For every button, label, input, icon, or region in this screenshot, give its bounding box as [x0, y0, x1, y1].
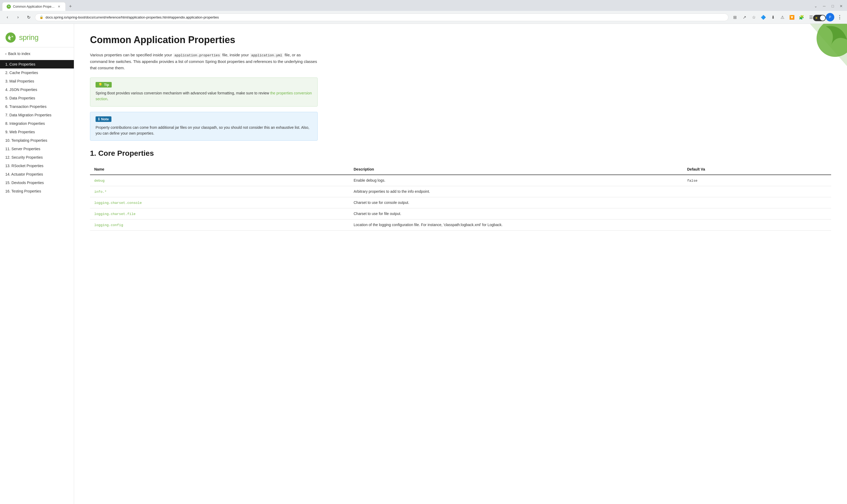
table-cell-desc: Charset to use for console output. — [349, 197, 683, 209]
tab-bar: 🍃 Common Application Properti... ✕ + ⌄ ─… — [0, 0, 847, 11]
table-cell-default — [683, 209, 831, 219]
table-row: logging.charset.console Charset to use f… — [90, 197, 831, 209]
note-text: Property contributions can come from add… — [96, 125, 312, 137]
page-title: Common Application Properties — [90, 34, 831, 46]
bookmark-button[interactable]: ☆ — [749, 13, 758, 21]
table-cell-default — [683, 186, 831, 197]
table-header-row: Name Description Default Va — [90, 164, 831, 175]
back-link-text: Back to index — [8, 52, 31, 56]
reload-button[interactable]: ↻ — [24, 13, 33, 21]
back-arrow-icon: ‹ — [5, 52, 6, 56]
active-tab[interactable]: 🍃 Common Application Properti... ✕ — [2, 2, 66, 11]
tip-text-1: Spring Boot provides various conversion … — [96, 91, 270, 95]
close-window-button[interactable]: ✕ — [837, 2, 845, 10]
table-cell-name: logging.charset.file — [90, 209, 349, 219]
sidebar-item-14[interactable]: 14. Actuator Properties — [0, 170, 74, 179]
extension-button-5[interactable]: 🧩 — [797, 13, 806, 21]
extension-button-3[interactable]: ⚠ — [778, 13, 786, 21]
tab-favicon: 🍃 — [6, 4, 11, 9]
table-header: Name Description Default Va — [90, 164, 831, 175]
translate-button[interactable]: ⊞ — [730, 13, 739, 21]
share-button[interactable]: ↗ — [740, 13, 748, 21]
profile-button[interactable]: P — [826, 13, 834, 21]
extension-button-4[interactable]: 🔽 — [788, 13, 796, 21]
sidebar-back-section: ‹ Back to index — [0, 50, 74, 60]
tip-label: 💡 Tip — [96, 82, 112, 88]
chrome-menu-button[interactable]: ⋮ — [835, 13, 844, 21]
spring-logo: spring — [0, 28, 74, 47]
address-bar[interactable]: 🔒 docs.spring.io/spring-boot/docs/curren… — [35, 14, 728, 21]
sidebar-item-15[interactable]: 15. Devtools Properties — [0, 179, 74, 187]
table-row: logging.charset.file Charset to use for … — [90, 209, 831, 219]
col-header-name: Name — [90, 164, 349, 175]
property-link[interactable]: logging.config — [94, 223, 123, 227]
back-button[interactable]: ‹ — [3, 13, 12, 21]
tab-overflow-controls: ⌄ ─ □ ✕ — [812, 2, 845, 11]
spring-logo-text: spring — [19, 33, 38, 42]
sidebar-item-7[interactable]: 7. Data Migration Properties — [0, 111, 74, 119]
dark-mode-toggle[interactable]: ☀ — [813, 15, 826, 21]
forward-button[interactable]: › — [14, 13, 22, 21]
table-cell-desc: Charset to use for file output. — [349, 209, 683, 219]
sidebar-item-10[interactable]: 10. Templating Properties — [0, 136, 74, 145]
spring-logo-icon — [5, 32, 16, 43]
table-row: debug Enable debug logs. false — [90, 175, 831, 186]
intro-paragraph: Various properties can be specified insi… — [90, 52, 318, 71]
sidebar-item-1[interactable]: 1. Core Properties — [0, 60, 74, 69]
lock-icon: 🔒 — [39, 15, 44, 19]
back-to-index-link[interactable]: ‹ Back to index — [5, 52, 69, 56]
page-container: spring ‹ Back to index 1. Core Propertie… — [0, 24, 847, 504]
tab-close-button[interactable]: ✕ — [57, 4, 61, 9]
table-body: debug Enable debug logs. false info.* Ar… — [90, 175, 831, 231]
table-cell-desc: Location of the logging configuration fi… — [349, 219, 683, 231]
properties-table: Name Description Default Va debug Enable… — [90, 164, 831, 231]
property-link[interactable]: logging.charset.console — [94, 201, 142, 205]
sidebar-item-2[interactable]: 2. Cache Properties — [0, 69, 74, 77]
sidebar-item-9[interactable]: 9. Web Properties — [0, 128, 74, 136]
tip-box: 💡 Tip Spring Boot provides various conve… — [90, 77, 318, 107]
sidebar-item-5[interactable]: 5. Data Properties — [0, 94, 74, 102]
corner-decoration — [794, 24, 847, 66]
property-link[interactable]: debug — [94, 179, 105, 183]
table-cell-desc: Enable debug logs. — [349, 175, 683, 186]
minimize-button[interactable]: ─ — [820, 2, 828, 10]
note-box: ℹ Note Property contributions can come f… — [90, 112, 318, 141]
inline-code-app-yml: application.yml — [250, 53, 283, 58]
extension-button-2[interactable]: ⬇ — [768, 13, 777, 21]
main-content: Common Application Properties Various pr… — [74, 24, 847, 504]
table-cell-name: info.* — [90, 186, 349, 197]
sidebar-item-8[interactable]: 8. Integration Properties — [0, 119, 74, 128]
default-value: false — [687, 179, 697, 183]
inline-code-app-props: application.properties — [173, 53, 221, 58]
tip-text-2: . — [107, 97, 108, 101]
col-header-default: Default Va — [683, 164, 831, 175]
sidebar-item-3[interactable]: 3. Mail Properties — [0, 77, 74, 85]
table-cell-desc: Arbitrary properties to add to the info … — [349, 186, 683, 197]
property-link[interactable]: info.* — [94, 190, 107, 194]
tab-overflow-button[interactable]: ⌄ — [812, 2, 819, 10]
section-title: 1. Core Properties — [90, 149, 831, 158]
sidebar-item-11[interactable]: 11. Server Properties — [0, 145, 74, 153]
sidebar-item-4[interactable]: 4. JSON Properties — [0, 85, 74, 94]
maximize-button[interactable]: □ — [829, 2, 836, 10]
nav-actions: ⊞ ↗ ☆ 🔷 ⬇ ⚠ 🔽 🧩 ☰ ⊟ P ⋮ — [730, 13, 844, 21]
sidebar-item-16[interactable]: 16. Testing Properties — [0, 187, 74, 195]
address-text: docs.spring.io/spring-boot/docs/current/… — [46, 15, 724, 19]
toggle-knob — [820, 15, 825, 21]
extension-button-1[interactable]: 🔷 — [759, 13, 767, 21]
new-tab-button[interactable]: + — [67, 3, 74, 10]
table-cell-name: debug — [90, 175, 349, 186]
sidebar-item-6[interactable]: 6. Transaction Properties — [0, 102, 74, 111]
browser-chrome: 🍃 Common Application Properti... ✕ + ⌄ ─… — [0, 0, 847, 24]
tip-label-text: Tip — [104, 83, 109, 87]
table-cell-name: logging.charset.console — [90, 197, 349, 209]
sun-icon: ☀ — [815, 16, 818, 20]
tip-icon: 💡 — [98, 83, 102, 87]
sidebar-item-13[interactable]: 13. RSocket Properties — [0, 162, 74, 170]
tip-text: Spring Boot provides various conversion … — [96, 90, 312, 102]
table-cell-default — [683, 219, 831, 231]
sidebar-item-12[interactable]: 12. Security Properties — [0, 153, 74, 162]
property-link[interactable]: logging.charset.file — [94, 212, 136, 216]
table-cell-default — [683, 197, 831, 209]
note-label: ℹ Note — [96, 116, 111, 122]
